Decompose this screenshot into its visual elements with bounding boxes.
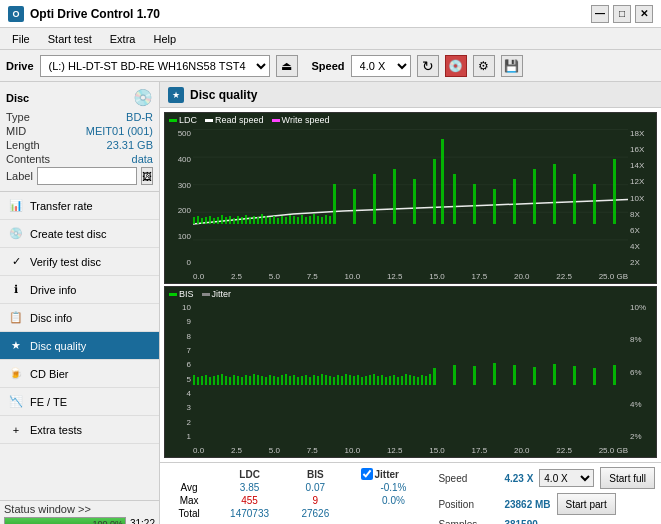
svg-rect-4 (193, 217, 195, 224)
label-input[interactable] (37, 167, 137, 185)
chart-bottom-legend: BIS Jitter (169, 289, 231, 299)
svg-rect-91 (321, 374, 323, 385)
svg-rect-45 (613, 159, 616, 224)
svg-rect-103 (513, 365, 516, 385)
svg-rect-128 (417, 377, 419, 385)
menu-help[interactable]: Help (145, 31, 184, 47)
svg-rect-124 (401, 376, 403, 385)
drive-bar: Drive (L:) HL-DT-ST BD-RE WH16NS58 TST4 … (0, 50, 661, 82)
svg-rect-73 (249, 376, 251, 385)
svg-rect-26 (281, 216, 283, 224)
svg-rect-105 (553, 364, 556, 385)
svg-rect-131 (429, 374, 431, 385)
label-button[interactable]: 🖼 (141, 167, 153, 185)
svg-rect-113 (357, 375, 359, 385)
settings-button[interactable]: ⚙ (473, 55, 495, 77)
title-bar: O Opti Drive Control 1.70 — □ ✕ (0, 0, 661, 28)
disc-quality-icon: ★ (8, 338, 24, 354)
svg-rect-34 (413, 179, 416, 224)
svg-rect-10 (217, 217, 219, 224)
cd-bier-icon: 🍺 (8, 366, 24, 382)
svg-rect-74 (253, 374, 255, 385)
save-button[interactable]: 💾 (501, 55, 523, 77)
svg-rect-75 (257, 375, 259, 385)
svg-rect-51 (301, 215, 303, 224)
svg-rect-108 (613, 365, 616, 385)
speed-stat-label: Speed (438, 473, 498, 484)
svg-rect-65 (217, 375, 219, 385)
start-part-button[interactable]: Start part (557, 493, 616, 515)
svg-rect-123 (397, 377, 399, 385)
type-value: BD-R (126, 111, 153, 123)
sidebar-item-drive-info[interactable]: ℹ Drive info (0, 276, 159, 304)
svg-rect-40 (513, 179, 516, 224)
svg-rect-11 (221, 215, 223, 224)
ldc-legend-label: LDC (179, 115, 197, 125)
app-icon: O (8, 6, 24, 22)
svg-rect-17 (245, 215, 247, 224)
nav-items: 📊 Transfer rate 💿 Create test disc ✓ Ver… (0, 192, 159, 500)
avg-label: Avg (166, 481, 212, 494)
panel-header: ★ Disc quality (160, 82, 661, 108)
sidebar-item-transfer-rate[interactable]: 📊 Transfer rate (0, 192, 159, 220)
svg-rect-29 (293, 216, 295, 224)
stats-row-total: Total 1470733 27626 (166, 507, 430, 520)
svg-rect-101 (473, 366, 476, 385)
sidebar-item-disc-info[interactable]: 📋 Disc info (0, 304, 159, 332)
stats-row-max: Max 455 9 0.0% (166, 494, 430, 507)
svg-rect-126 (409, 375, 411, 385)
svg-rect-102 (493, 363, 496, 385)
max-jitter: 0.0% (357, 494, 431, 507)
verify-test-disc-icon: ✓ (8, 254, 24, 270)
svg-rect-125 (405, 374, 407, 385)
disc-button[interactable]: 💿 (445, 55, 467, 77)
jitter-checkbox[interactable] (361, 468, 373, 480)
speed-stat-value: 4.23 X (504, 473, 533, 484)
menu-extra[interactable]: Extra (102, 31, 144, 47)
sidebar-item-verify-test-disc[interactable]: ✓ Verify test disc (0, 248, 159, 276)
sidebar-item-disc-quality[interactable]: ★ Disc quality (0, 332, 159, 360)
menu-start-test[interactable]: Start test (40, 31, 100, 47)
svg-rect-129 (421, 375, 423, 385)
drive-select[interactable]: (L:) HL-DT-ST BD-RE WH16NS58 TST4 (40, 55, 270, 77)
eject-button[interactable]: ⏏ (276, 55, 298, 77)
svg-rect-87 (305, 375, 307, 385)
svg-rect-117 (373, 374, 375, 385)
position-value: 23862 MB (504, 499, 550, 510)
max-label: Max (166, 494, 212, 507)
sidebar-label-disc-quality: Disc quality (30, 340, 86, 352)
svg-rect-38 (473, 184, 476, 224)
disc-section: Disc 💿 Type BD-R MID MEIT01 (001) Length… (0, 82, 159, 192)
stats-speed-select[interactable]: 4.0 X (539, 469, 594, 487)
col-header-jitter-spacer (344, 467, 357, 481)
svg-rect-6 (201, 218, 203, 224)
maximize-button[interactable]: □ (613, 5, 631, 23)
svg-rect-115 (365, 376, 367, 385)
svg-rect-30 (333, 184, 336, 224)
svg-rect-25 (277, 218, 279, 224)
sidebar-item-fe-te[interactable]: 📉 FE / TE (0, 388, 159, 416)
svg-rect-99 (433, 368, 436, 385)
menu-file[interactable]: File (4, 31, 38, 47)
time-display: 31:22 (130, 518, 155, 525)
svg-rect-104 (533, 367, 536, 385)
close-button[interactable]: ✕ (635, 5, 653, 23)
refresh-button[interactable]: ↻ (417, 55, 439, 77)
bis-chart-svg (193, 303, 628, 441)
svg-rect-114 (361, 377, 363, 385)
sidebar-item-cd-bier[interactable]: 🍺 CD Bier (0, 360, 159, 388)
svg-rect-13 (229, 216, 231, 224)
bis-chart: BIS Jitter 10 9 8 7 6 5 4 3 2 (164, 286, 657, 458)
svg-rect-84 (293, 375, 295, 385)
type-label: Type (6, 111, 30, 123)
sidebar-label-disc-info: Disc info (30, 312, 72, 324)
fe-te-icon: 📉 (8, 394, 24, 410)
sidebar-item-extra-tests[interactable]: + Extra tests (0, 416, 159, 444)
sidebar-item-create-test-disc[interactable]: 💿 Create test disc (0, 220, 159, 248)
speed-select[interactable]: 4.0 X (351, 55, 411, 77)
svg-rect-67 (225, 376, 227, 385)
start-full-button[interactable]: Start full (600, 467, 655, 489)
length-value: 23.31 GB (107, 139, 153, 151)
status-window-button[interactable]: Status window >> (4, 503, 91, 515)
minimize-button[interactable]: — (591, 5, 609, 23)
